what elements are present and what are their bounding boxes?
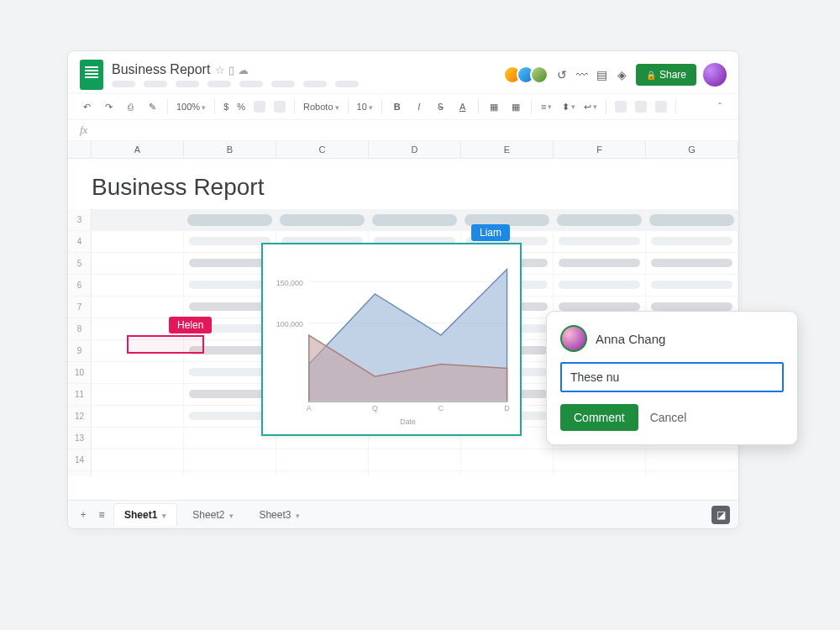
share-button[interactable]: 🔒 Share [636, 64, 696, 86]
col-header[interactable]: C [276, 141, 369, 158]
row-number[interactable]: 14 [68, 449, 92, 470]
title-bar: Business Report ☆ ▯ ☁ ↺ 〰 ▤ ◈ 🔒 [68, 51, 738, 93]
valign-icon[interactable]: ⬍ [562, 100, 575, 113]
chart-xtick: Q [372, 404, 378, 412]
sheet-tabs: ＋ ≡ Sheet1 Sheet2 Sheet3 ◪ [68, 500, 738, 528]
trend-icon[interactable]: 〰 [575, 68, 589, 81]
row-number[interactable]: 7 [68, 297, 92, 318]
more-toolbar-icon2[interactable] [635, 101, 647, 113]
row-number[interactable]: 13 [68, 428, 92, 449]
collapse-icon[interactable]: ˆ [713, 100, 727, 113]
tab-sheet3[interactable]: Sheet3 [249, 504, 310, 526]
tab-sheet2[interactable]: Sheet2 [182, 504, 244, 526]
col-header[interactable]: B [184, 141, 276, 158]
row-number[interactable]: 9 [68, 340, 92, 361]
tab-label: Sheet2 [192, 509, 224, 521]
row-number[interactable]: 3 [68, 209, 92, 230]
embedded-chart[interactable]: 150,000 100,000 A Q C D Date [261, 243, 522, 436]
row-number[interactable]: 11 [68, 384, 92, 405]
tab-sheet1[interactable]: Sheet1 [113, 503, 177, 526]
col-header[interactable]: A [92, 141, 184, 158]
table-header-row: 3 [68, 209, 738, 231]
app-window: Business Report ☆ ▯ ☁ ↺ 〰 ▤ ◈ 🔒 [67, 50, 739, 529]
doc-title-wrap: Business Report ☆ ▯ ☁ [112, 62, 359, 87]
row-number[interactable]: 4 [68, 231, 92, 252]
more-toolbar-icon3[interactable] [655, 101, 667, 113]
table-row: 14 [68, 449, 738, 471]
doc-title[interactable]: Business Report [112, 62, 210, 77]
comment-input[interactable] [560, 362, 784, 392]
toolbar: ↶ ↷ ⎙ ✎ 100% $ % Roboto 10 B I S̶ A ▦ ▦ … [68, 93, 738, 120]
currency-button[interactable]: $ [223, 102, 228, 112]
chart-xtick: D [504, 404, 509, 412]
row-number[interactable]: 5 [68, 253, 92, 274]
redo-icon[interactable]: ↷ [102, 100, 115, 113]
selected-cell [127, 335, 204, 354]
comment-submit-button[interactable]: Comment [560, 404, 638, 431]
borders-icon[interactable]: ▦ [509, 100, 522, 113]
collaborator-avatars[interactable] [508, 66, 549, 84]
print-icon[interactable]: ⎙ [123, 100, 137, 113]
comment-author: Anna Chang [596, 332, 665, 346]
paint-icon[interactable]: ✎ [145, 100, 159, 113]
dec-increase-icon[interactable] [274, 101, 286, 113]
fill-color-icon[interactable]: ▦ [487, 100, 501, 113]
star-icon[interactable]: ☆ [215, 64, 225, 76]
meet-icon[interactable]: ◈ [616, 68, 629, 81]
row-number[interactable]: 10 [68, 362, 92, 383]
col-header[interactable]: E [461, 141, 554, 158]
comment-avatar [560, 325, 587, 352]
zoom-dropdown[interactable]: 100% [176, 102, 206, 112]
strike-icon[interactable]: S̶ [434, 100, 448, 113]
more-toolbar-icon[interactable] [615, 101, 627, 113]
table-row: 15 [68, 471, 738, 476]
row-number[interactable]: 12 [68, 406, 92, 427]
chart-svg: 150,000 100,000 A Q C D Date [263, 244, 520, 434]
wrap-icon[interactable]: ↩ [584, 100, 597, 113]
bold-icon[interactable]: B [391, 100, 404, 113]
cursor-liam: Liam [471, 224, 510, 241]
user-avatar[interactable] [703, 63, 727, 87]
explore-button[interactable]: ◪ [711, 506, 730, 524]
share-label: Share [659, 69, 686, 81]
row-number[interactable]: 15 [68, 471, 92, 476]
move-icon[interactable]: ▯ [228, 64, 234, 76]
cloud-icon[interactable]: ☁ [238, 64, 249, 76]
col-header[interactable]: G [646, 141, 738, 158]
percent-button[interactable]: % [237, 102, 245, 112]
chart-xtick: C [438, 404, 444, 412]
font-dropdown[interactable]: Roboto [303, 102, 339, 112]
tab-label: Sheet3 [259, 509, 291, 521]
history-icon[interactable]: ↺ [555, 68, 569, 81]
halign-icon[interactable]: ≡ [540, 100, 554, 113]
chart-ytick: 100,000 [276, 320, 303, 328]
comment-cancel-link[interactable]: Cancel [650, 411, 687, 424]
undo-icon[interactable]: ↶ [80, 100, 93, 113]
comment-icon[interactable]: ▤ [596, 68, 609, 81]
all-sheets-icon[interactable]: ≡ [95, 508, 108, 522]
chart-xlabel: Date [400, 417, 416, 426]
row-number[interactable]: 6 [68, 275, 92, 296]
title-icons: ☆ ▯ ☁ [215, 64, 249, 76]
text-color-icon[interactable]: A [456, 100, 470, 113]
menu-bar[interactable] [112, 81, 359, 87]
cursor-helen: Helen [169, 317, 212, 333]
sheets-logo-icon [80, 60, 103, 90]
fx-bar[interactable]: fx [68, 120, 738, 141]
sheet-title: Business Report [68, 159, 738, 209]
row-number[interactable]: 8 [68, 318, 92, 339]
chart-xtick: A [307, 404, 312, 412]
chart-ytick: 150,000 [276, 279, 303, 287]
italic-icon[interactable]: I [412, 100, 426, 113]
lock-icon: 🔒 [646, 71, 656, 80]
col-header[interactable]: F [554, 141, 646, 158]
font-size-dropdown[interactable]: 10 [357, 102, 373, 112]
dec-decrease-icon[interactable] [254, 101, 265, 113]
comment-popup: Anna Chang Comment Cancel [546, 311, 798, 445]
col-header[interactable]: D [369, 141, 461, 158]
column-headers: A B C D E F G [68, 141, 738, 159]
tab-label: Sheet1 [124, 509, 157, 521]
add-sheet-icon[interactable]: ＋ [76, 508, 90, 522]
